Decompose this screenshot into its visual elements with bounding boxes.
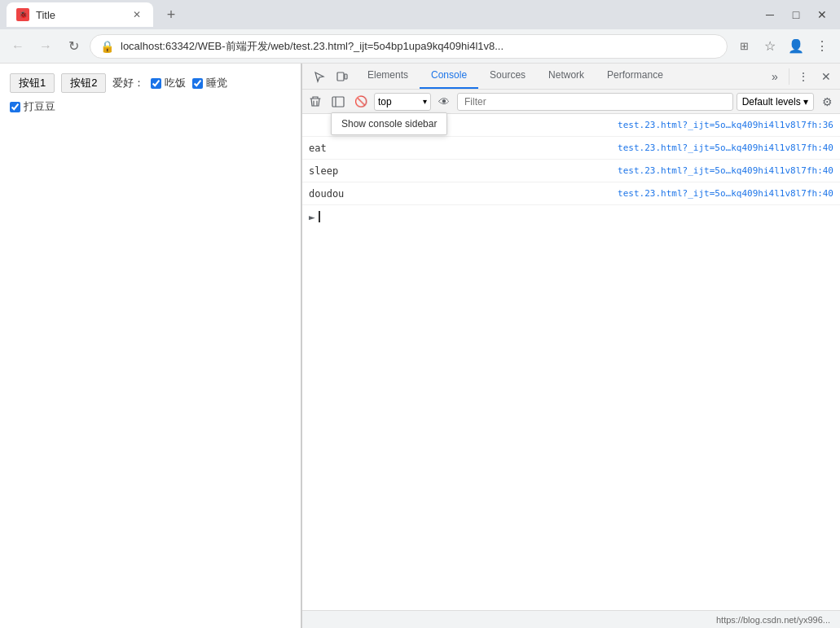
clear-console-button[interactable]: [306, 92, 325, 112]
device-toolbar-icon[interactable]: [332, 66, 353, 87]
console-source[interactable]: test.23.html?_ijt=5o…kq409hi4l1v8l7fh:40: [618, 143, 833, 153]
console-settings-button[interactable]: ⚙: [817, 92, 837, 112]
doudou-row: 打豆豆: [10, 99, 291, 114]
console-output[interactable]: test.23.html?_ijt=5o…kq409hi4l1v8l7fh:36…: [302, 114, 840, 610]
reload-button[interactable]: ↻: [62, 35, 85, 58]
hobby-label: 爱好：: [112, 76, 144, 90]
new-tab-button[interactable]: +: [160, 3, 183, 26]
checkbox-doudou-input[interactable]: [10, 102, 20, 112]
console-toolbar: Show console sidebar 🚫 top ▾ 👁 Default l…: [302, 90, 840, 114]
browser-tab[interactable]: 🐞 Title ✕: [7, 2, 153, 27]
checkbox-sleep-input[interactable]: [192, 78, 203, 89]
translate-icon[interactable]: ⊞: [732, 35, 755, 58]
devtools-close-button[interactable]: ✕: [816, 66, 837, 87]
button2[interactable]: 按钮2: [61, 73, 106, 93]
window-controls: ─ □ ✕: [759, 3, 833, 26]
address-bar[interactable]: 🔒 localhost:63342/WEB-前端开发/web/test.23.h…: [90, 34, 728, 59]
inspect-element-icon[interactable]: [309, 66, 330, 87]
page-content: 按钮1 按钮2 爱好： 吃饭 睡觉 打豆豆: [0, 64, 301, 628]
divider: [789, 68, 789, 85]
error-filter-button[interactable]: 🚫: [351, 92, 371, 112]
url-text: localhost:63342/WEB-前端开发/web/test.23.htm…: [121, 39, 717, 54]
console-source[interactable]: test.23.html?_ijt=5o…kq409hi4l1v8l7fh:36: [618, 120, 833, 130]
tab-close-button[interactable]: ✕: [130, 8, 143, 21]
back-button[interactable]: ←: [7, 35, 29, 58]
page-buttons-row: 按钮1 按钮2 爱好： 吃饭 睡觉: [10, 73, 291, 93]
tab-performance[interactable]: Performance: [596, 64, 675, 89]
more-tabs-button[interactable]: »: [764, 66, 785, 87]
console-row: eat test.23.html?_ijt=5o…kq409hi4l1v8l7f…: [302, 137, 840, 160]
tab-console[interactable]: Console: [420, 64, 478, 89]
nav-actions: ⊞ ☆ 👤 ⋮: [732, 35, 833, 58]
svg-rect-2: [332, 97, 344, 107]
svg-rect-0: [337, 72, 344, 81]
default-levels-select[interactable]: Default levels ▾: [737, 93, 814, 111]
tab-sources[interactable]: Sources: [478, 64, 537, 89]
checkbox-eat[interactable]: 吃饭: [151, 76, 186, 90]
profile-button[interactable]: 👤: [785, 35, 807, 58]
context-select[interactable]: top ▾: [374, 93, 431, 111]
minimize-button[interactable]: ─: [759, 3, 781, 26]
tab-elements[interactable]: Elements: [356, 64, 420, 89]
checkbox-sleep-label: 睡觉: [206, 76, 227, 90]
tab-network[interactable]: Network: [537, 64, 596, 89]
filter-input[interactable]: [457, 93, 733, 111]
button1[interactable]: 按钮1: [10, 73, 55, 93]
maximize-button[interactable]: □: [785, 3, 807, 26]
checkbox-doudou-label: 打豆豆: [24, 99, 55, 114]
tab-title: Title: [36, 9, 55, 21]
console-source[interactable]: test.23.html?_ijt=5o…kq409hi4l1v8l7fh:40: [618, 188, 833, 199]
devtools-panel-icons: [306, 66, 356, 87]
console-message: doudou: [309, 188, 618, 200]
console-message: eat: [309, 143, 618, 154]
console-source[interactable]: test.23.html?_ijt=5o…kq409hi4l1v8l7fh:40: [618, 165, 833, 176]
devtools-topbar: Elements Console Sources Network Perform…: [302, 64, 840, 90]
checkbox-sleep[interactable]: 睡觉: [192, 76, 227, 90]
close-button[interactable]: ✕: [811, 3, 833, 26]
sidebar-tooltip: Show console sidebar: [331, 112, 447, 135]
tab-favicon: 🐞: [16, 8, 29, 21]
svg-rect-1: [345, 74, 347, 79]
bookmark-button[interactable]: ☆: [759, 35, 781, 58]
status-url: https://blog.csdn.net/yx996...: [716, 615, 830, 625]
main-area: 按钮1 按钮2 爱好： 吃饭 睡觉 打豆豆: [0, 64, 840, 628]
devtools-tabs: Elements Console Sources Network Perform…: [356, 64, 675, 89]
console-message: sleep: [309, 165, 618, 177]
nav-bar: ← → ↻ 🔒 localhost:63342/WEB-前端开发/web/tes…: [0, 29, 840, 64]
more-button[interactable]: ⋮: [811, 35, 833, 58]
devtools-settings-button[interactable]: ⋮: [793, 66, 814, 87]
devtools-controls: » ⋮ ✕: [764, 66, 837, 87]
console-row: doudou test.23.html?_ijt=5o…kq409hi4l1v8…: [302, 182, 840, 205]
checkbox-doudou[interactable]: 打豆豆: [10, 99, 55, 114]
checkbox-eat-input[interactable]: [151, 78, 161, 89]
console-prompt-icon: ►: [309, 211, 315, 223]
checkbox-eat-label: 吃饭: [165, 76, 186, 90]
console-row: sleep test.23.html?_ijt=5o…kq409hi4l1v8l…: [302, 160, 840, 182]
select-chevron: ▾: [423, 97, 427, 106]
status-bar: https://blog.csdn.net/yx996...: [302, 610, 840, 628]
devtools-panel: Elements Console Sources Network Perform…: [301, 64, 840, 628]
console-cursor: [319, 211, 320, 222]
live-expressions-button[interactable]: 👁: [434, 92, 454, 112]
console-input-row[interactable]: ►: [302, 205, 840, 228]
forward-button[interactable]: →: [34, 35, 57, 58]
title-bar: 🐞 Title ✕ + ─ □ ✕: [0, 0, 840, 29]
show-sidebar-button[interactable]: [328, 92, 348, 112]
